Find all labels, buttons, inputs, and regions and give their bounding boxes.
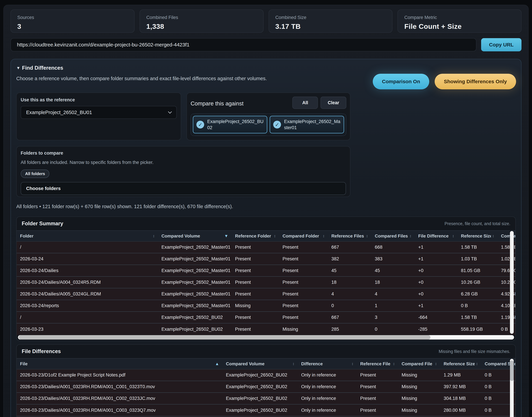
- cell-compared-volume: ExampleProject_26502_Master01: [158, 253, 232, 265]
- column-header-difference[interactable]: Difference↕: [298, 358, 357, 369]
- cell-compared-volume: ExampleProject_26502_BU02: [158, 312, 232, 323]
- find-differences-title: Find Differences: [22, 65, 63, 71]
- cell-compared-volume: ExampleProject_26502_BU02: [158, 323, 232, 335]
- results-summary-line: All folders • 121 folder row(s) + 670 fi…: [16, 204, 516, 209]
- table-row[interactable]: 2026-03-24/Dailies ExampleProject_26502_…: [17, 265, 516, 276]
- table-row[interactable]: 2026-03-23/Dailies/A001_0323RH.RDM/A001_…: [17, 381, 516, 393]
- showing-differences-only-toggle[interactable]: Showing Differences Only: [435, 74, 516, 89]
- folders-title: Folders to compare: [21, 151, 346, 156]
- column-header-reference-folder[interactable]: Reference Folder↕: [232, 230, 279, 241]
- all-folders-chip[interactable]: All folders: [21, 169, 49, 178]
- cell-file: 2026-03-23/Dailies/A001_0323RH.RDM/A001_…: [17, 404, 223, 416]
- reference-volume-select[interactable]: ExampleProject_26502_BU01: [21, 106, 177, 119]
- column-header-compared-volume[interactable]: Compared Volume▼: [158, 230, 232, 241]
- cell-compared-file: Missing: [398, 393, 440, 404]
- check-icon: ✓: [273, 121, 281, 128]
- sort-icon: ↕: [323, 234, 325, 238]
- volume-chip-bu02[interactable]: ✓ ExampleProject_26502_BU02: [193, 116, 267, 133]
- table-row[interactable]: 2026-03-24/Dailies/A004_0324R5.RDM Examp…: [17, 276, 516, 288]
- cell-reference-files: 0: [328, 300, 372, 312]
- cell-reference-size: 1.58 TB: [458, 241, 498, 253]
- share-url-field[interactable]: https://cloudtree.kevinzanit.com/d/examp…: [11, 38, 476, 51]
- table-row[interactable]: 2026-03-23/Dailies/A001_0323RH.RDM/A001_…: [17, 393, 516, 404]
- column-header-compared-files[interactable]: Compared Files↕: [372, 230, 415, 241]
- column-header-file-difference[interactable]: File Difference↕: [415, 230, 458, 241]
- folders-to-compare-panel: Folders to compare All folders are inclu…: [16, 146, 350, 197]
- cell-reference-files: 285: [328, 323, 372, 335]
- url-row: https://cloudtree.kevinzanit.com/d/examp…: [11, 38, 521, 51]
- cell-compared-files: 4: [372, 288, 415, 300]
- column-header-compared-file[interactable]: Compared File↕: [398, 358, 440, 369]
- table-row[interactable]: 2026-03-24 ExampleProject_26502_Master01…: [17, 253, 516, 265]
- horizontal-scrollbar-thumb[interactable]: [19, 335, 430, 340]
- volume-chip-label: ExampleProject_26502_BU02: [207, 118, 264, 131]
- column-header-reference-file[interactable]: Reference File↕: [357, 358, 398, 369]
- stat-card-combined-size: Combined Size 3.17 TB: [269, 10, 393, 33]
- comparison-on-toggle[interactable]: Comparison On: [373, 74, 429, 89]
- sort-desc-icon: ▼: [224, 234, 228, 238]
- copy-url-button[interactable]: Copy URL: [481, 38, 521, 51]
- table-row[interactable]: 2026-03-23/Dailies/A001_0323RH.RDM/A001_…: [17, 404, 516, 416]
- vertical-scrollbar[interactable]: [510, 359, 514, 417]
- folder-summary-head: Folder Summary Presence, file count, and…: [17, 217, 515, 230]
- volume-chip-master01[interactable]: ✓ ExampleProject_26502_Master01: [270, 116, 344, 133]
- column-header-reference-size[interactable]: Reference Size↕: [440, 358, 481, 369]
- select-all-button[interactable]: All: [292, 97, 318, 109]
- stat-label: Compare Metric: [404, 15, 515, 20]
- volume-chip-label: ExampleProject_26502_Master01: [284, 118, 340, 131]
- cell-reference-files: 18: [328, 276, 372, 288]
- cell-file-difference: +0: [415, 276, 458, 288]
- table-row[interactable]: / ExampleProject_26502_Master01 Present …: [17, 241, 516, 253]
- cell-compared-folder: Present: [279, 312, 328, 323]
- toggle-buttons: Comparison On Showing Differences Only: [373, 74, 516, 89]
- cell-reference-folder: Present: [232, 241, 279, 253]
- reference-panel: Use this as the reference ExampleProject…: [16, 93, 181, 140]
- cell-reference-size: 1.58 TB: [458, 312, 498, 323]
- chevron-down-icon: [168, 110, 172, 114]
- cell-reference-file: Present: [357, 381, 398, 393]
- column-header-file[interactable]: File▲: [17, 358, 223, 369]
- sort-icon: ↕: [410, 234, 411, 238]
- cell-difference: Only in reference: [298, 369, 357, 381]
- cell-reference-file: Present: [357, 404, 398, 416]
- compare-against-panel: Compare this against All Clear ✓ Example…: [187, 93, 350, 140]
- choose-folders-button[interactable]: Choose folders: [21, 182, 346, 195]
- cell-reference-size: 397.92 MB: [440, 381, 481, 393]
- cell-reference-size: 304.18 MB: [440, 393, 481, 404]
- sort-icon: ↕: [351, 362, 353, 366]
- stat-label: Combined Files: [146, 15, 257, 20]
- stat-value: 3.17 TB: [276, 22, 386, 31]
- cell-reference-files: 667: [328, 312, 372, 323]
- cell-folder: 2026-03-24: [17, 253, 158, 265]
- table-row[interactable]: 2026-03-23 ExampleProject_26502_BU02 Pre…: [17, 323, 516, 335]
- column-header-reference-files[interactable]: Reference Files↕: [328, 230, 372, 241]
- vertical-scrollbar[interactable]: [510, 231, 514, 334]
- sort-icon: ↕: [274, 234, 276, 238]
- stat-value: File Count + Size: [404, 22, 515, 31]
- cell-compared-file: Missing: [398, 381, 440, 393]
- table-row[interactable]: 2026-03-24/Dailies/A005_0324GL.RDM Examp…: [17, 288, 516, 300]
- cell-folder: /: [17, 312, 158, 323]
- sort-icon: ↕: [293, 362, 294, 366]
- vertical-scrollbar-thumb[interactable]: [510, 361, 514, 381]
- cell-compared-files: 0: [372, 323, 415, 335]
- column-header-reference-size[interactable]: Reference Size↕: [458, 230, 498, 241]
- cell-reference-folder: Present: [232, 276, 279, 288]
- table-row[interactable]: / ExampleProject_26502_BU02 Present Pres…: [17, 312, 516, 323]
- cell-compared-folder: Present: [279, 288, 328, 300]
- table-row[interactable]: 2026-03-24/reports ExampleProject_26502_…: [17, 300, 516, 312]
- clear-button[interactable]: Clear: [320, 97, 346, 109]
- cell-file: 2026-03-23/Dailies/A001_0323RH.RDM/A001_…: [17, 381, 223, 393]
- horizontal-scrollbar[interactable]: [18, 335, 514, 340]
- column-header-compared-volume[interactable]: Compared Volume↕: [223, 358, 298, 369]
- table-row[interactable]: 2026-03-23/D1of2 Example Project Script …: [17, 369, 516, 381]
- cell-reference-size: 81.05 GB: [458, 265, 498, 276]
- cell-folder: 2026-03-24/Dailies/A004_0324R5.RDM: [17, 276, 158, 288]
- cell-folder: 2026-03-23: [17, 323, 158, 335]
- cell-compared-files: 3: [372, 312, 415, 323]
- file-differences-head: File Differences Missing files and file …: [17, 345, 515, 358]
- find-differences-header[interactable]: ▼ Find Differences: [16, 65, 516, 71]
- cell-reference-size: 6.28 GB: [458, 288, 498, 300]
- column-header-compared-folder[interactable]: Compared Folder↕: [279, 230, 328, 241]
- column-header-folder[interactable]: Folder↕: [17, 230, 158, 241]
